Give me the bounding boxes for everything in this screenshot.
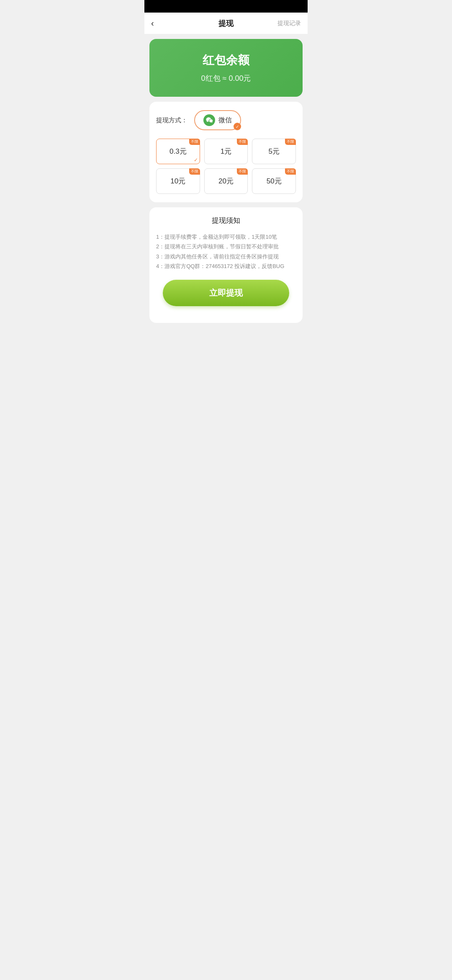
balance-title: 红包余额 [158, 52, 294, 68]
wechat-check-icon: ✓ [234, 123, 241, 130]
method-row: 提现方式： 微信 ✓ [156, 110, 296, 130]
notice-list: 1：提现手续费零，金额达到即可领取，1天限10笔 2：提现将在三天内审核到账，节… [156, 232, 296, 271]
status-bar [144, 0, 308, 13]
submit-button[interactable]: 立即提现 [163, 280, 289, 306]
amount-value-5: 50元 [267, 177, 282, 185]
amount-item-3[interactable]: 不限 10元 [156, 168, 200, 194]
notice-item-2: 3：游戏内其他任务区，请前往指定任务区操作提现 [156, 252, 296, 261]
no-limit-badge-0: 不限 [189, 139, 200, 145]
page-title: 提现 [218, 18, 234, 28]
balance-amount: 0红包 ≈ 0.00元 [158, 73, 294, 83]
method-section: 提现方式： 微信 ✓ 不限 0.3元 不限 1元 不限 5元 [149, 102, 303, 202]
notice-title: 提现须知 [156, 216, 296, 225]
amount-value-4: 20元 [218, 177, 234, 185]
no-limit-badge-3: 不限 [189, 168, 200, 175]
amount-grid: 不限 0.3元 不限 1元 不限 5元 不限 10元 不限 20元 不限 50元 [156, 139, 296, 194]
bottom-area [144, 323, 308, 407]
amount-value-0: 0.3元 [170, 147, 187, 155]
no-limit-badge-2: 不限 [285, 139, 296, 145]
no-limit-badge-5: 不限 [285, 168, 296, 175]
amount-value-2: 5元 [268, 147, 279, 155]
amount-item-0[interactable]: 不限 0.3元 [156, 139, 200, 164]
notice-item-0: 1：提现手续费零，金额达到即可领取，1天限10笔 [156, 232, 296, 242]
wechat-label: 微信 [218, 116, 232, 125]
method-label: 提现方式： [156, 116, 187, 124]
wechat-option[interactable]: 微信 ✓ [194, 110, 241, 130]
nav-bar: ‹ 提现 提现记录 [144, 13, 308, 34]
back-button[interactable]: ‹ [151, 18, 154, 28]
amount-item-2[interactable]: 不限 5元 [252, 139, 296, 164]
no-limit-badge-1: 不限 [237, 139, 248, 145]
balance-card: 红包余额 0红包 ≈ 0.00元 [149, 39, 303, 97]
amount-value-3: 10元 [170, 177, 185, 185]
no-limit-badge-4: 不限 [237, 168, 248, 175]
history-link[interactable]: 提现记录 [277, 20, 301, 27]
notice-item-3: 4：游戏官方QQ群：274653172 投诉建议，反馈BUG [156, 261, 296, 271]
wechat-icon [203, 114, 215, 126]
amount-value-1: 1元 [221, 147, 231, 155]
amount-item-4[interactable]: 不限 20元 [204, 168, 248, 194]
notice-item-1: 2：提现将在三天内审核到账，节假日暂不处理审批 [156, 242, 296, 251]
amount-item-5[interactable]: 不限 50元 [252, 168, 296, 194]
notice-section: 提现须知 1：提现手续费零，金额达到即可领取，1天限10笔 2：提现将在三天内审… [149, 207, 303, 323]
amount-item-1[interactable]: 不限 1元 [204, 139, 248, 164]
